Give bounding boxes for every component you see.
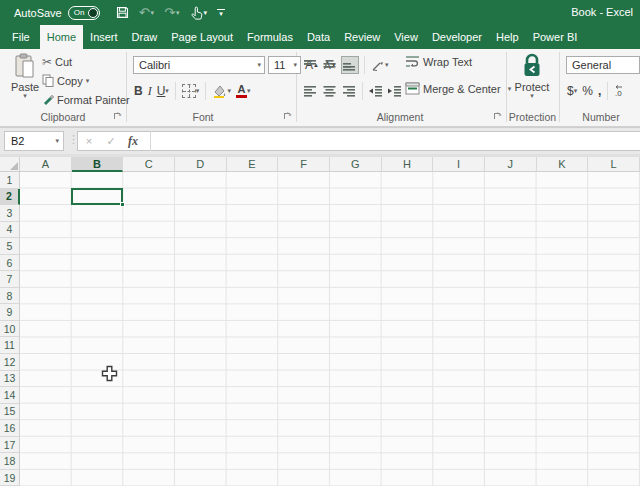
row-header-17[interactable]: 17 <box>0 437 20 454</box>
row-header-7[interactable]: 7 <box>0 271 20 288</box>
underline-dropdown-icon[interactable]: ▾ <box>165 88 169 94</box>
row-header-16[interactable]: 16 <box>0 420 20 437</box>
font-size-dropdown-icon[interactable]: ▾ <box>290 61 300 69</box>
middle-align-button[interactable] <box>322 56 338 74</box>
cells-area[interactable] <box>20 172 640 486</box>
font-name-dropdown-icon[interactable]: ▾ <box>254 61 264 69</box>
save-button[interactable] <box>112 2 133 24</box>
undo-button[interactable]: ↶▾ <box>135 2 158 24</box>
row-header-13[interactable]: 13 <box>0 371 20 388</box>
row-header-18[interactable]: 18 <box>0 453 20 470</box>
font-color-button[interactable]: A ▾ <box>235 82 252 100</box>
font-size-combo[interactable]: 11 ▾ <box>268 56 301 74</box>
align-right-button[interactable] <box>341 82 357 100</box>
column-header-h[interactable]: H <box>382 157 434 172</box>
row-header-11[interactable]: 11 <box>0 337 20 354</box>
tab-insert[interactable]: Insert <box>83 25 125 49</box>
copy-dropdown-icon[interactable]: ▾ <box>86 78 90 84</box>
accounting-dropdown-icon[interactable]: ▾ <box>574 88 578 94</box>
name-box-dropdown-icon[interactable]: ▾ <box>55 137 63 145</box>
format-painter-button[interactable]: Format Painter <box>42 93 130 106</box>
cancel-button[interactable]: × <box>78 135 100 147</box>
column-header-j[interactable]: J <box>485 157 537 172</box>
bold-button[interactable]: B <box>133 82 144 100</box>
column-header-a[interactable]: A <box>20 157 72 172</box>
select-all-button[interactable] <box>0 157 20 172</box>
touch-mode-dropdown-icon[interactable]: ▾ <box>204 9 208 17</box>
row-header-1[interactable]: 1 <box>0 172 20 189</box>
redo-dropdown-icon[interactable]: ▾ <box>176 9 180 17</box>
protect-dropdown-icon[interactable]: ▾ <box>530 93 534 99</box>
orientation-dropdown-icon[interactable]: ▾ <box>385 62 389 68</box>
column-header-l[interactable]: L <box>588 157 640 172</box>
row-header-5[interactable]: 5 <box>0 238 20 255</box>
column-header-i[interactable]: I <box>433 157 485 172</box>
center-button[interactable] <box>322 82 338 100</box>
increase-decimal-button[interactable]: .0 <box>613 82 629 100</box>
row-header-2[interactable]: 2 <box>0 189 20 206</box>
customize-qat-button[interactable]: ▾ <box>217 9 225 16</box>
font-dialog-launcher[interactable] <box>283 112 293 122</box>
fill-handle[interactable] <box>120 202 125 207</box>
row-header-12[interactable]: 12 <box>0 354 20 371</box>
font-color-dropdown-icon[interactable]: ▾ <box>247 88 251 94</box>
orientation-button[interactable]: ▾ <box>370 56 390 74</box>
row-header-10[interactable]: 10 <box>0 321 20 338</box>
column-header-d[interactable]: D <box>175 157 227 172</box>
percent-style-button[interactable]: % <box>581 82 594 100</box>
font-name-combo[interactable]: Calibri ▾ <box>133 56 265 74</box>
paste-button[interactable]: Paste ▾ <box>8 53 42 99</box>
underline-button[interactable]: U▾ <box>156 82 170 100</box>
protect-button[interactable]: Protect ▾ <box>512 53 552 99</box>
row-header-9[interactable]: 9 <box>0 304 20 321</box>
enter-button[interactable]: ✓ <box>100 135 122 148</box>
merge-center-dropdown-icon[interactable]: ▾ <box>508 86 512 92</box>
italic-button[interactable]: I <box>147 82 153 100</box>
tab-help[interactable]: Help <box>489 25 526 49</box>
increase-indent-button[interactable] <box>387 82 403 100</box>
cut-button[interactable]: ✂ Cut <box>42 55 72 69</box>
row-header-3[interactable]: 3 <box>0 205 20 222</box>
tab-data[interactable]: Data <box>300 25 337 49</box>
fill-color-button[interactable]: ▾ <box>211 82 232 100</box>
wrap-text-button[interactable]: Wrap Text <box>405 55 472 68</box>
alignment-dialog-launcher[interactable] <box>493 112 503 122</box>
merge-center-button[interactable]: Merge & Center ▾ <box>405 82 511 95</box>
bottom-align-button[interactable] <box>341 56 359 74</box>
undo-dropdown-icon[interactable]: ▾ <box>151 9 155 17</box>
formula-input[interactable] <box>151 132 640 150</box>
fill-color-dropdown-icon[interactable]: ▾ <box>227 88 231 94</box>
clipboard-dialog-launcher[interactable] <box>113 112 123 122</box>
column-header-f[interactable]: F <box>278 157 330 172</box>
accounting-format-button[interactable]: $▾ <box>566 82 578 100</box>
tab-formulas[interactable]: Formulas <box>240 25 300 49</box>
insert-function-button[interactable]: fx <box>122 134 144 149</box>
tab-home[interactable]: Home <box>40 25 83 49</box>
copy-button[interactable]: Copy ▾ <box>42 74 89 87</box>
selected-cell-outline[interactable] <box>71 188 124 206</box>
paste-dropdown-icon[interactable]: ▾ <box>23 93 27 99</box>
decrease-indent-button[interactable] <box>368 82 384 100</box>
name-box[interactable]: B2 ▾ <box>4 131 64 151</box>
column-header-b[interactable]: B <box>72 157 124 172</box>
borders-button[interactable]: ▾ <box>181 82 201 100</box>
comma-style-button[interactable]: , <box>597 82 602 100</box>
borders-dropdown-icon[interactable]: ▾ <box>196 88 200 94</box>
row-header-14[interactable]: 14 <box>0 387 20 404</box>
tab-view[interactable]: View <box>387 25 425 49</box>
tab-file[interactable]: File <box>2 25 40 49</box>
number-format-combo[interactable]: General <box>566 56 640 74</box>
column-header-g[interactable]: G <box>330 157 382 172</box>
row-header-4[interactable]: 4 <box>0 222 20 239</box>
autosave-toggle[interactable]: On <box>68 6 100 20</box>
row-header-19[interactable]: 19 <box>0 470 20 486</box>
row-header-8[interactable]: 8 <box>0 288 20 305</box>
tab-draw[interactable]: Draw <box>125 25 165 49</box>
touch-mouse-mode-button[interactable]: ▾ <box>186 2 212 24</box>
column-header-e[interactable]: E <box>227 157 279 172</box>
tab-developer[interactable]: Developer <box>425 25 489 49</box>
column-header-k[interactable]: K <box>537 157 589 172</box>
top-align-button[interactable] <box>303 56 319 74</box>
tab-review[interactable]: Review <box>337 25 387 49</box>
tab-power-bi[interactable]: Power BI <box>526 25 585 49</box>
